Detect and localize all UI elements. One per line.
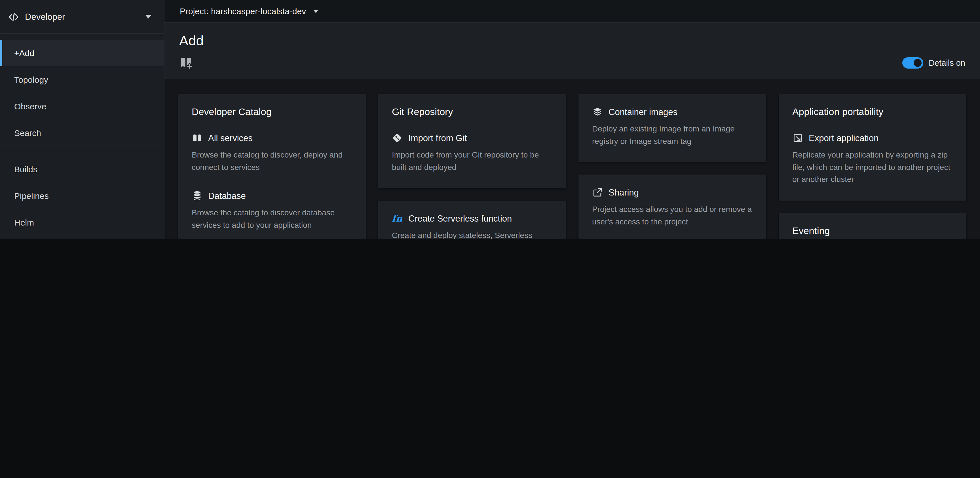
card-title: Application portability [792, 106, 953, 118]
git-icon [392, 133, 402, 143]
item-head: Sharing [592, 187, 752, 198]
details-toggle[interactable] [902, 57, 923, 68]
add-item-all-services[interactable]: All servicesBrowse the catalog to discov… [192, 133, 352, 174]
card-git-repository: Git RepositoryImport from GitImport code… [378, 94, 566, 188]
project-selector-label: Project: harshcasper-localsta-dev [180, 6, 306, 16]
card-column: Git RepositoryImport from GitImport code… [378, 94, 566, 239]
sidebar-item-add[interactable]: +Add [0, 40, 164, 66]
sidebar-item-helm[interactable]: Helm [0, 209, 164, 236]
item-title: Sharing [609, 187, 639, 198]
nav-section: +AddTopologyObserveSearch [0, 35, 164, 151]
item-head: All services [192, 133, 352, 143]
page-title: Add [179, 33, 965, 49]
add-item-database[interactable]: DatabaseBrowse the catalog to discover d… [192, 191, 352, 232]
item-head: Database [192, 191, 352, 202]
card-container-images: Container imagesDeploy an existing Image… [579, 94, 766, 162]
sidebar-nav: +AddTopologyObserveSearchBuildsPipelines… [0, 34, 164, 239]
item-title: Import from Git [408, 133, 467, 143]
add-item-create-serverless-function[interactable]: fnCreate Serverless functionCreate and d… [392, 213, 552, 239]
item-title: Database [208, 191, 246, 201]
chevron-down-icon [313, 10, 318, 13]
nav-section: BuildsPipelinesHelmProject [0, 151, 164, 239]
item-description: Create and deploy stateless, Serverless … [392, 230, 552, 239]
item-head: Container images [592, 106, 752, 117]
database-icon [192, 191, 202, 202]
open-book-icon [192, 133, 202, 143]
card-title: Eventing [792, 226, 953, 237]
chevron-down-icon [145, 15, 151, 19]
card-title: Developer Catalog [192, 106, 352, 118]
perspective-label: Developer [25, 12, 65, 22]
add-item-import-from-git[interactable]: Import from GitImport code from your Git… [392, 133, 552, 174]
item-description: Deploy an existing Image from an Image r… [592, 123, 752, 148]
item-head: Export application [792, 133, 953, 143]
card-sharing: SharingProject access allows you to add … [579, 175, 766, 239]
perspective-switcher[interactable]: Developer [0, 0, 164, 34]
item-head: fnCreate Serverless function [392, 213, 552, 224]
card-application-portability: Application portabilityExport applicatio… [779, 94, 966, 201]
item-description: Replicate your application by exporting … [792, 149, 953, 186]
sidebar-item-pipelines[interactable]: Pipelines [0, 183, 164, 209]
details-switch-group: Details on [902, 57, 965, 68]
bookmark-book-plus-icon[interactable] [179, 56, 193, 70]
sidebar-item-builds[interactable]: Builds [0, 156, 164, 183]
share-icon [592, 187, 603, 198]
card-developer-catalog: Developer CatalogAll servicesBrowse the … [178, 94, 366, 239]
card-column: Application portabilityExport applicatio… [779, 94, 966, 239]
fn-icon: fn [392, 213, 402, 224]
card-grid: Developer CatalogAll servicesBrowse the … [164, 79, 980, 239]
layers-icon [592, 106, 603, 117]
item-head: Import from Git [392, 133, 552, 143]
item-title: Export application [809, 133, 878, 143]
page-header-row: Details on [179, 56, 965, 70]
item-description: Browse the catalog to discover, deploy a… [192, 149, 352, 174]
item-title: All services [208, 133, 253, 143]
project-selector[interactable]: Project: harshcasper-localsta-dev [164, 0, 980, 23]
add-item-export-application[interactable]: Export applicationReplicate your applica… [792, 133, 953, 186]
export-icon [792, 133, 803, 143]
card-eventing: EventingEvent SourceCreate an Event sour… [779, 213, 966, 239]
sidebar-item-observe[interactable]: Observe [0, 93, 164, 119]
page-header: Add Details on [164, 23, 980, 79]
add-item-container-images[interactable]: Container imagesDeploy an existing Image… [592, 106, 752, 148]
card-title: Git Repository [392, 106, 552, 118]
details-toggle-label: Details on [929, 58, 965, 67]
openshift-console: Developer +AddTopologyObserveSearchBuild… [0, 0, 980, 239]
main-area: Project: harshcasper-localsta-dev Add De… [164, 0, 980, 239]
sidebar-item-topology[interactable]: Topology [0, 66, 164, 93]
item-title: Create Serverless function [408, 214, 512, 224]
item-title: Container images [609, 107, 678, 117]
item-description: Browse the catalog to discover database … [192, 207, 352, 232]
item-description: Project access allows you to add or remo… [592, 204, 752, 229]
sidebar-item-project[interactable]: Project [0, 236, 164, 239]
add-item-sharing[interactable]: SharingProject access allows you to add … [592, 187, 752, 229]
toggle-knob [913, 59, 921, 67]
item-description: Import code from your Git repository to … [392, 149, 552, 174]
sidebar-item-search[interactable]: Search [0, 119, 164, 146]
card-column: Developer CatalogAll servicesBrowse the … [178, 94, 366, 239]
code-icon [8, 11, 19, 22]
sidebar: Developer +AddTopologyObserveSearchBuild… [0, 0, 164, 239]
card-column: Container imagesDeploy an existing Image… [579, 94, 766, 239]
card-create-serverless-function: fnCreate Serverless functionCreate and d… [378, 201, 566, 239]
